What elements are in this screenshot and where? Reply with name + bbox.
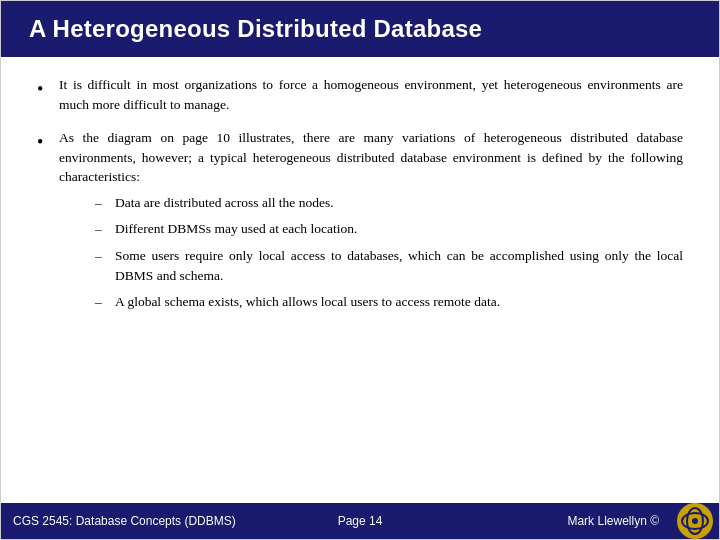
bullet-item-1: • It is difficult in most organizations … (37, 75, 683, 114)
sub-item-2: – Different DBMSs may used at each locat… (95, 219, 683, 239)
logo-icon (680, 506, 710, 536)
bullet-dot-2: • (37, 128, 59, 155)
sub-item-1: – Data are distributed across all the no… (95, 193, 683, 213)
sub-item-3: – Some users require only local access t… (95, 246, 683, 285)
svg-point-3 (692, 518, 698, 524)
sub-bullets: – Data are distributed across all the no… (95, 193, 683, 312)
sub-dash-3: – (95, 246, 115, 266)
sub-text-3: Some users require only local access to … (115, 246, 683, 285)
sub-text-1: Data are distributed across all the node… (115, 193, 683, 213)
sub-dash-4: – (95, 292, 115, 312)
slide-content: • It is difficult in most organizations … (1, 57, 719, 503)
sub-dash-1: – (95, 193, 115, 213)
footer-logo (677, 503, 713, 539)
slide-title: A Heterogeneous Distributed Database (29, 15, 482, 42)
slide: A Heterogeneous Distributed Database • I… (0, 0, 720, 540)
sub-text-4: A global schema exists, which allows loc… (115, 292, 683, 312)
footer-center: Page 14 (338, 514, 383, 528)
bullet-text-1: It is difficult in most organizations to… (59, 75, 683, 114)
sub-text-2: Different DBMSs may used at each locatio… (115, 219, 683, 239)
sub-dash-2: – (95, 219, 115, 239)
footer-left: CGS 2545: Database Concepts (DDBMS) (13, 514, 567, 528)
footer-right: Mark Llewellyn © (567, 514, 659, 528)
bullet-dot-1: • (37, 75, 59, 102)
slide-header: A Heterogeneous Distributed Database (1, 1, 719, 57)
sub-item-4: – A global schema exists, which allows l… (95, 292, 683, 312)
bullet-item-2: • As the diagram on page 10 illustrates,… (37, 128, 683, 319)
slide-footer: CGS 2545: Database Concepts (DDBMS) Page… (1, 503, 719, 539)
bullet-text-2: As the diagram on page 10 illustrates, t… (59, 128, 683, 187)
